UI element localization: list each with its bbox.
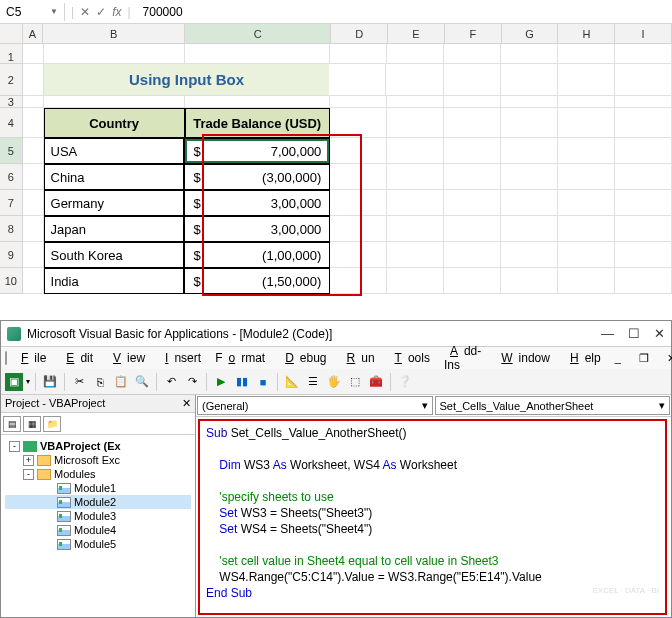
close-icon[interactable]: ✕ <box>182 397 191 410</box>
row-header[interactable]: 3 <box>0 96 23 108</box>
menu-debug[interactable]: Debug <box>273 349 332 367</box>
menu-run[interactable]: Run <box>335 349 381 367</box>
spreadsheet-grid[interactable]: 1 2 Using Input Box 3 4 Country Trade Ba… <box>0 44 672 294</box>
row-header[interactable]: 7 <box>0 190 23 216</box>
chevron-down-icon: ▾ <box>659 399 665 412</box>
mdi-minimize-icon[interactable]: _ <box>609 350 627 367</box>
table-header-balance: Trade Balance (USD) <box>185 108 330 138</box>
cancel-icon[interactable]: ✕ <box>80 5 90 19</box>
check-icon[interactable]: ✓ <box>96 5 106 19</box>
row-header[interactable]: 4 <box>0 108 23 138</box>
design-mode-icon[interactable]: 📐 <box>283 373 301 391</box>
tree-module-selected[interactable]: Module2 <box>5 495 191 509</box>
row-header[interactable]: 2 <box>0 64 23 96</box>
table-cell[interactable]: USA <box>44 138 185 164</box>
col-header[interactable]: A <box>23 24 43 43</box>
break-icon[interactable]: ▮▮ <box>233 373 251 391</box>
tree-module[interactable]: Module3 <box>5 509 191 523</box>
copy-icon[interactable]: ⎘ <box>91 373 109 391</box>
row-header[interactable]: 9 <box>0 242 23 268</box>
excel-icon[interactable]: ▣ <box>5 373 23 391</box>
vba-app-icon <box>7 327 21 341</box>
row-header[interactable]: 6 <box>0 164 23 190</box>
tree-module[interactable]: Module1 <box>5 481 191 495</box>
redo-icon[interactable]: ↷ <box>183 373 201 391</box>
table-cell[interactable]: Japan <box>44 216 185 242</box>
name-box-value: C5 <box>6 5 21 19</box>
toolbox-icon[interactable]: 🧰 <box>367 373 385 391</box>
chevron-down-icon[interactable]: ▼ <box>50 7 58 16</box>
table-cell[interactable]: $(3,00,000) <box>184 164 330 190</box>
project-explorer-title: Project - VBAProject✕ <box>1 395 195 413</box>
table-cell[interactable]: $7,00,000 <box>184 138 330 164</box>
row-header[interactable]: 10 <box>0 268 23 294</box>
table-cell[interactable]: $(1,50,000) <box>184 268 330 294</box>
object-browser-icon[interactable]: ⬚ <box>346 373 364 391</box>
formula-input[interactable] <box>137 3 672 21</box>
col-header[interactable]: G <box>502 24 559 43</box>
col-header[interactable]: B <box>43 24 185 43</box>
table-cell[interactable]: India <box>44 268 185 294</box>
code-editor[interactable]: Sub Set_Cells_Value_AnotherSheet() Dim W… <box>198 419 667 615</box>
vba-title: Microsoft Visual Basic for Applications … <box>27 327 332 341</box>
project-explorer-icon[interactable]: ☰ <box>304 373 322 391</box>
reset-icon[interactable]: ■ <box>254 373 272 391</box>
project-tree[interactable]: -VBAProject (Ex +Microsoft Exc -Modules … <box>1 435 195 617</box>
run-icon[interactable]: ▶ <box>212 373 230 391</box>
properties-icon[interactable]: 🖐 <box>325 373 343 391</box>
code-pane: (General)▾ Set_Cells_Value_AnotherSheet▾… <box>196 395 671 617</box>
menu-format[interactable]: Format <box>209 349 271 367</box>
row-header[interactable]: 5 <box>0 138 23 164</box>
table-cell[interactable]: $3,00,000 <box>184 216 330 242</box>
col-header[interactable]: C <box>185 24 331 43</box>
procedure-dropdown[interactable]: Set_Cells_Value_AnotherSheet▾ <box>435 396 671 415</box>
table-cell[interactable]: $(1,00,000) <box>184 242 330 268</box>
maximize-icon[interactable]: ☐ <box>628 326 640 341</box>
object-dropdown[interactable]: (General)▾ <box>197 396 433 415</box>
menu-help[interactable]: Help <box>558 349 607 367</box>
tree-module[interactable]: Module5 <box>5 537 191 551</box>
name-box[interactable]: C5 ▼ <box>0 3 65 21</box>
find-icon[interactable]: 🔍 <box>133 373 151 391</box>
menu-insert[interactable]: Insert <box>153 349 207 367</box>
toggle-folders-icon[interactable]: 📁 <box>43 416 61 432</box>
vba-window: Microsoft Visual Basic for Applications … <box>0 320 672 618</box>
row-header[interactable]: 1 <box>0 44 23 64</box>
view-object-icon[interactable]: ▦ <box>23 416 41 432</box>
menu-view[interactable]: View <box>101 349 151 367</box>
help-icon[interactable]: ❔ <box>396 373 414 391</box>
menu-edit[interactable]: Edit <box>54 349 99 367</box>
vba-doc-icon <box>5 351 7 365</box>
view-code-icon[interactable]: ▤ <box>3 416 21 432</box>
col-header[interactable]: D <box>331 24 388 43</box>
chevron-down-icon: ▾ <box>422 399 428 412</box>
table-cell[interactable]: China <box>44 164 185 190</box>
fx-icon[interactable]: fx <box>112 5 121 19</box>
column-headers: A B C D E F G H I <box>0 24 672 44</box>
minimize-icon[interactable]: ― <box>601 326 614 341</box>
cut-icon[interactable]: ✂ <box>70 373 88 391</box>
table-cell[interactable]: $3,00,000 <box>184 190 330 216</box>
table-cell[interactable]: South Korea <box>44 242 185 268</box>
col-header[interactable]: I <box>615 24 672 43</box>
col-header[interactable]: E <box>388 24 445 43</box>
menu-window[interactable]: Window <box>489 349 556 367</box>
row-header[interactable]: 8 <box>0 216 23 242</box>
vba-titlebar[interactable]: Microsoft Visual Basic for Applications … <box>1 321 671 347</box>
col-header[interactable]: H <box>558 24 615 43</box>
table-cell[interactable]: Germany <box>44 190 185 216</box>
tree-module[interactable]: Module4 <box>5 523 191 537</box>
col-header[interactable]: F <box>445 24 502 43</box>
fx-controls: | ✕ ✓ fx | <box>65 5 137 19</box>
mdi-close-icon[interactable]: ✕ <box>661 350 672 367</box>
menu-tools[interactable]: Tools <box>383 349 436 367</box>
menu-file[interactable]: File <box>9 349 52 367</box>
paste-icon[interactable]: 📋 <box>112 373 130 391</box>
undo-icon[interactable]: ↶ <box>162 373 180 391</box>
mdi-restore-icon[interactable]: ❐ <box>633 350 655 367</box>
select-all-corner[interactable] <box>0 24 23 43</box>
save-icon[interactable]: 💾 <box>41 373 59 391</box>
vba-menu-bar: File Edit View Insert Format Debug Run T… <box>1 347 671 369</box>
table-header-country: Country <box>44 108 185 138</box>
close-icon[interactable]: ✕ <box>654 326 665 341</box>
